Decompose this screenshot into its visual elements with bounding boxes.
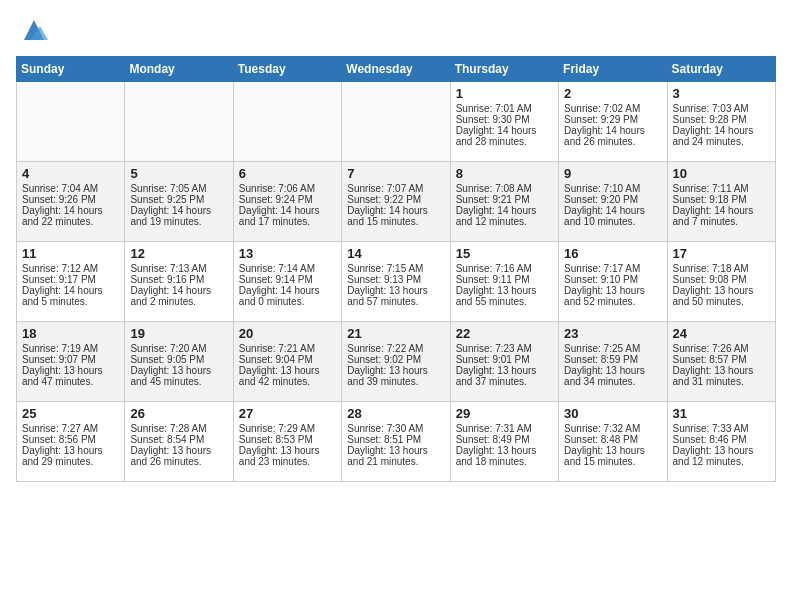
day-info-line: Daylight: 14 hours: [239, 285, 336, 296]
day-info-line: Daylight: 13 hours: [347, 445, 444, 456]
day-number: 14: [347, 246, 444, 261]
day-info-line: Daylight: 13 hours: [456, 365, 553, 376]
day-number: 10: [673, 166, 770, 181]
header-thursday: Thursday: [450, 57, 558, 82]
calendar-cell: 18Sunrise: 7:19 AMSunset: 9:07 PMDayligh…: [17, 322, 125, 402]
day-info-line: Daylight: 14 hours: [673, 125, 770, 136]
day-info-line: Sunset: 9:02 PM: [347, 354, 444, 365]
day-info-line: Sunrise: 7:25 AM: [564, 343, 661, 354]
day-info-line: Sunrise: 7:22 AM: [347, 343, 444, 354]
day-info-line: and 10 minutes.: [564, 216, 661, 227]
day-info-line: Sunset: 8:49 PM: [456, 434, 553, 445]
day-info-line: and 24 minutes.: [673, 136, 770, 147]
calendar-cell: 7Sunrise: 7:07 AMSunset: 9:22 PMDaylight…: [342, 162, 450, 242]
logo-icon: [20, 16, 48, 44]
day-info-line: Daylight: 13 hours: [673, 285, 770, 296]
day-info-line: Daylight: 13 hours: [130, 365, 227, 376]
day-info-line: Daylight: 14 hours: [456, 205, 553, 216]
calendar-week-row: 1Sunrise: 7:01 AMSunset: 9:30 PMDaylight…: [17, 82, 776, 162]
day-info-line: and 5 minutes.: [22, 296, 119, 307]
header-friday: Friday: [559, 57, 667, 82]
day-info-line: and 26 minutes.: [130, 456, 227, 467]
day-info-line: Daylight: 13 hours: [22, 365, 119, 376]
calendar-cell: 23Sunrise: 7:25 AMSunset: 8:59 PMDayligh…: [559, 322, 667, 402]
day-info-line: Daylight: 13 hours: [564, 285, 661, 296]
header-sunday: Sunday: [17, 57, 125, 82]
day-number: 30: [564, 406, 661, 421]
day-info-line: and 22 minutes.: [22, 216, 119, 227]
day-info-line: and 2 minutes.: [130, 296, 227, 307]
day-number: 25: [22, 406, 119, 421]
day-info-line: Sunset: 9:08 PM: [673, 274, 770, 285]
calendar-week-row: 18Sunrise: 7:19 AMSunset: 9:07 PMDayligh…: [17, 322, 776, 402]
day-info-line: Daylight: 14 hours: [456, 125, 553, 136]
day-info-line: Sunrise: 7:16 AM: [456, 263, 553, 274]
day-info-line: Daylight: 13 hours: [239, 445, 336, 456]
day-number: 7: [347, 166, 444, 181]
day-number: 1: [456, 86, 553, 101]
calendar-cell: 6Sunrise: 7:06 AMSunset: 9:24 PMDaylight…: [233, 162, 341, 242]
day-info-line: Sunset: 9:18 PM: [673, 194, 770, 205]
day-info-line: Sunset: 9:07 PM: [22, 354, 119, 365]
day-info-line: Sunrise: 7:28 AM: [130, 423, 227, 434]
day-info-line: Sunrise: 7:27 AM: [22, 423, 119, 434]
calendar-cell: 5Sunrise: 7:05 AMSunset: 9:25 PMDaylight…: [125, 162, 233, 242]
calendar-cell: 20Sunrise: 7:21 AMSunset: 9:04 PMDayligh…: [233, 322, 341, 402]
day-info-line: Sunset: 9:29 PM: [564, 114, 661, 125]
day-info-line: and 42 minutes.: [239, 376, 336, 387]
day-info-line: Sunrise: 7:07 AM: [347, 183, 444, 194]
day-info-line: and 45 minutes.: [130, 376, 227, 387]
day-number: 8: [456, 166, 553, 181]
calendar-cell: 27Sunrise: 7:29 AMSunset: 8:53 PMDayligh…: [233, 402, 341, 482]
calendar-cell: 21Sunrise: 7:22 AMSunset: 9:02 PMDayligh…: [342, 322, 450, 402]
day-info-line: Sunrise: 7:14 AM: [239, 263, 336, 274]
day-info-line: Sunset: 9:21 PM: [456, 194, 553, 205]
day-info-line: and 18 minutes.: [456, 456, 553, 467]
day-info-line: Sunrise: 7:33 AM: [673, 423, 770, 434]
day-info-line: Daylight: 13 hours: [564, 365, 661, 376]
day-info-line: Sunset: 9:11 PM: [456, 274, 553, 285]
day-info-line: Daylight: 13 hours: [456, 285, 553, 296]
calendar-cell: 16Sunrise: 7:17 AMSunset: 9:10 PMDayligh…: [559, 242, 667, 322]
calendar-cell: 28Sunrise: 7:30 AMSunset: 8:51 PMDayligh…: [342, 402, 450, 482]
calendar-cell: 31Sunrise: 7:33 AMSunset: 8:46 PMDayligh…: [667, 402, 775, 482]
day-info-line: Daylight: 13 hours: [130, 445, 227, 456]
day-info-line: Sunrise: 7:19 AM: [22, 343, 119, 354]
day-info-line: Daylight: 13 hours: [347, 365, 444, 376]
day-info-line: Sunset: 9:25 PM: [130, 194, 227, 205]
calendar-cell: 25Sunrise: 7:27 AMSunset: 8:56 PMDayligh…: [17, 402, 125, 482]
day-info-line: Daylight: 14 hours: [22, 205, 119, 216]
day-info-line: and 15 minutes.: [347, 216, 444, 227]
calendar-cell: 14Sunrise: 7:15 AMSunset: 9:13 PMDayligh…: [342, 242, 450, 322]
day-info-line: Sunset: 8:53 PM: [239, 434, 336, 445]
day-number: 9: [564, 166, 661, 181]
day-number: 29: [456, 406, 553, 421]
day-info-line: Sunrise: 7:31 AM: [456, 423, 553, 434]
day-info-line: Sunrise: 7:21 AM: [239, 343, 336, 354]
day-number: 6: [239, 166, 336, 181]
day-info-line: and 7 minutes.: [673, 216, 770, 227]
day-info-line: and 31 minutes.: [673, 376, 770, 387]
day-info-line: and 21 minutes.: [347, 456, 444, 467]
calendar-cell: 26Sunrise: 7:28 AMSunset: 8:54 PMDayligh…: [125, 402, 233, 482]
day-info-line: Sunset: 8:57 PM: [673, 354, 770, 365]
day-info-line: Sunset: 8:48 PM: [564, 434, 661, 445]
day-info-line: Sunset: 9:04 PM: [239, 354, 336, 365]
day-number: 3: [673, 86, 770, 101]
day-info-line: Sunrise: 7:30 AM: [347, 423, 444, 434]
page-header: [16, 16, 776, 44]
day-info-line: Daylight: 14 hours: [673, 205, 770, 216]
day-number: 5: [130, 166, 227, 181]
header-tuesday: Tuesday: [233, 57, 341, 82]
calendar-cell: 17Sunrise: 7:18 AMSunset: 9:08 PMDayligh…: [667, 242, 775, 322]
calendar-cell: 1Sunrise: 7:01 AMSunset: 9:30 PMDaylight…: [450, 82, 558, 162]
day-info-line: and 57 minutes.: [347, 296, 444, 307]
day-info-line: Daylight: 14 hours: [22, 285, 119, 296]
day-info-line: Sunrise: 7:23 AM: [456, 343, 553, 354]
day-info-line: and 0 minutes.: [239, 296, 336, 307]
day-info-line: Sunrise: 7:02 AM: [564, 103, 661, 114]
calendar-cell: 30Sunrise: 7:32 AMSunset: 8:48 PMDayligh…: [559, 402, 667, 482]
day-number: 18: [22, 326, 119, 341]
day-number: 23: [564, 326, 661, 341]
day-info-line: and 29 minutes.: [22, 456, 119, 467]
